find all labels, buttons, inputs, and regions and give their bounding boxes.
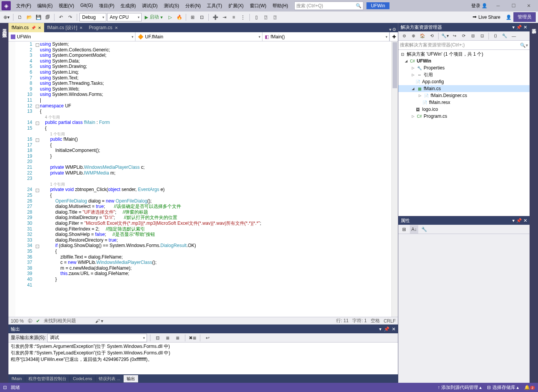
hot-reload-button[interactable]: 🔥 <box>175 13 183 21</box>
solution-search[interactable]: 搜索解决方案资源管理器(Ctrl+;)🔍▾ <box>398 41 530 50</box>
admin-button[interactable]: 管理员 <box>513 12 536 22</box>
tree-designer-node[interactable]: ▷📄fMain.Designer.cs <box>398 92 530 99</box>
save-all-button[interactable]: 🗐 <box>43 13 52 21</box>
close-icon[interactable]: ✕ <box>38 26 41 30</box>
line-indicator[interactable]: 行: 11 <box>336 318 348 324</box>
sln-showall-button[interactable]: ⊡ <box>478 32 486 40</box>
menu-item[interactable]: 视图(V) <box>56 1 77 11</box>
panel-close-button[interactable]: ✕ <box>392 326 396 332</box>
nav-project-combo[interactable]: UFWin <box>8 32 135 41</box>
menu-item[interactable]: 调试(D) <box>139 1 161 11</box>
sln-close-button[interactable]: ✕ <box>523 25 527 30</box>
editor-scrollbar[interactable] <box>391 41 398 317</box>
tree-logo-node[interactable]: 🖼logo.ico <box>398 106 530 113</box>
live-share-button[interactable]: ⮕Live Share <box>472 15 500 20</box>
tool-btn-1[interactable]: ⊞ <box>188 13 197 21</box>
sln-btn-3[interactable]: ⟨⟩ <box>491 32 500 40</box>
sln-sync-button[interactable]: ⟲ <box>427 32 436 40</box>
ins-indicator[interactable]: 空格 <box>371 318 380 324</box>
login-button[interactable]: 登录 👤 <box>468 1 490 11</box>
sln-back-button[interactable]: ⊖ <box>400 32 408 40</box>
properties-grid[interactable] <box>398 234 530 383</box>
props-az-button[interactable]: A↓ <box>410 225 418 234</box>
new-button[interactable]: 🗋 <box>16 13 24 21</box>
tool-btn-5[interactable]: ≡ <box>229 13 238 21</box>
source-control-button[interactable]: ↑ 添加到源代码管理 ▴ <box>438 384 482 391</box>
menu-item[interactable]: 生成(B) <box>117 1 139 11</box>
props-wrench-button[interactable]: 🔧 <box>420 225 428 234</box>
close-button[interactable]: ✕ <box>521 0 536 11</box>
bottom-tab[interactable]: 输出 <box>124 375 139 382</box>
config-combo[interactable]: Debug <box>79 13 106 21</box>
props-cat-button[interactable]: ⊞ <box>400 225 408 234</box>
sln-btn-2[interactable]: ↪ <box>450 32 459 40</box>
bottom-tab[interactable]: CodeLens <box>70 376 96 382</box>
out-btn-2[interactable]: ≣ <box>163 334 172 342</box>
tree-references-node[interactable]: ▷▫▫引用 <box>398 71 530 78</box>
code-body[interactable]: using System;using System.Collections.Ge… <box>40 41 391 317</box>
sln-preview-button[interactable]: — <box>510 32 518 40</box>
brush-icon[interactable]: 🖌 ▾ <box>95 318 103 324</box>
tree-properties-node[interactable]: ▷🔧Properties <box>398 64 530 71</box>
menu-item[interactable]: 测试(S) <box>161 1 182 11</box>
document-tab[interactable]: fMain.cs [设计]✕ <box>44 23 86 32</box>
platform-combo[interactable]: Any CPU <box>107 13 142 21</box>
sln-btn-1[interactable]: 🔧▾ <box>441 32 449 40</box>
col-indicator[interactable]: 字符: 1 <box>352 318 366 324</box>
solution-name-pill[interactable]: UFWin <box>366 2 390 9</box>
right-tool-strip[interactable]: 诊断工具 <box>530 23 538 383</box>
menu-item[interactable]: Git(G) <box>77 1 96 11</box>
nav-class-combo[interactable]: 🔶UF.fMain <box>135 32 262 41</box>
out-btn-clear[interactable]: ✖≣ <box>188 334 197 342</box>
menu-item[interactable]: 项目(P) <box>96 1 117 11</box>
back-nav-button[interactable]: ⊕▾ <box>2 13 11 21</box>
split-editor-button[interactable]: ✚ <box>389 32 398 41</box>
tab-dropdown-button[interactable]: ▾ <box>389 27 391 32</box>
out-btn-wrap[interactable]: ↩ <box>203 334 212 342</box>
out-btn-1[interactable]: ⊟ <box>153 334 162 342</box>
code-editor[interactable]: 1234567891011121314151617181920212223242… <box>8 41 398 317</box>
nav-member-combo[interactable]: ◧fMain() <box>262 32 389 41</box>
menu-item[interactable]: 帮助(H) <box>269 1 291 11</box>
issues-text[interactable]: 未找到相关问题 <box>44 318 76 324</box>
tool-btn-8[interactable]: ⍰ <box>261 13 270 21</box>
output-source-combo[interactable]: 调试 <box>47 334 147 342</box>
tree-solution-node[interactable]: ⊡解决方案 'UFWin' (1 个项目，共 1 个) <box>398 51 530 58</box>
menu-item[interactable]: 分析(N) <box>182 1 204 11</box>
undo-button[interactable]: ↶ <box>57 13 65 21</box>
sln-fwd-button[interactable]: ⊕ <box>409 32 418 40</box>
sln-collapse-button[interactable]: ⊟ <box>469 32 477 40</box>
notifications-button[interactable]: 🔔2 <box>524 385 535 390</box>
redo-button[interactable]: ↷ <box>66 13 74 21</box>
menu-item[interactable]: 文件(F) <box>13 1 34 11</box>
tool-btn-6[interactable]: ⋮ <box>239 13 247 21</box>
save-button[interactable]: 💾 <box>34 13 43 21</box>
props-pin-button[interactable]: 📌 <box>516 218 522 223</box>
panel-pin-button[interactable]: 📌 <box>384 326 389 332</box>
tool-btn-9[interactable]: ⍰ <box>271 13 279 21</box>
enc-indicator[interactable]: CRLF <box>384 318 396 324</box>
left-tool-strip[interactable]: 工具箱 数据源 <box>0 23 8 383</box>
select-repo-button[interactable]: ⊟ 选择存储库 ▴ <box>487 384 519 391</box>
tool-btn-3[interactable]: ➕ <box>211 13 219 21</box>
document-tab[interactable]: fMain.cs📌✕ <box>8 23 44 32</box>
close-icon[interactable]: ✕ <box>79 26 83 30</box>
zoom-combo[interactable]: 100 % <box>11 318 24 324</box>
menu-item[interactable]: 窗口(W) <box>247 1 269 11</box>
menu-item[interactable]: 编辑(E) <box>34 1 56 11</box>
output-text[interactable]: 引发的异常:“System.ArgumentException”(位于 Syst… <box>8 343 398 374</box>
tab-settings-button[interactable]: ⚙ <box>392 27 396 32</box>
bottom-tab[interactable]: 程序包管理器控制台 <box>25 375 70 382</box>
sln-refresh-button[interactable]: ⟳ <box>459 32 468 40</box>
sln-home-button[interactable]: 🏠 <box>418 32 427 40</box>
bottom-tab[interactable]: fMain <box>8 376 25 382</box>
panel-menu-button[interactable]: ▾ <box>379 326 381 332</box>
pin-icon[interactable]: 📌 <box>31 26 36 30</box>
tree-program-node[interactable]: ▷C#Program.cs <box>398 113 530 120</box>
maximize-button[interactable]: ☐ <box>506 0 521 11</box>
tool-btn-4[interactable]: ⇥ <box>220 13 229 21</box>
props-close-button[interactable]: ✕ <box>523 218 527 223</box>
start-no-debug-button[interactable]: ▷ <box>166 13 174 21</box>
tree-resx-node[interactable]: 📄fMain.resx <box>398 99 530 106</box>
global-search[interactable]: 搜索 (Ctrl+Q)🔍 <box>294 2 363 10</box>
